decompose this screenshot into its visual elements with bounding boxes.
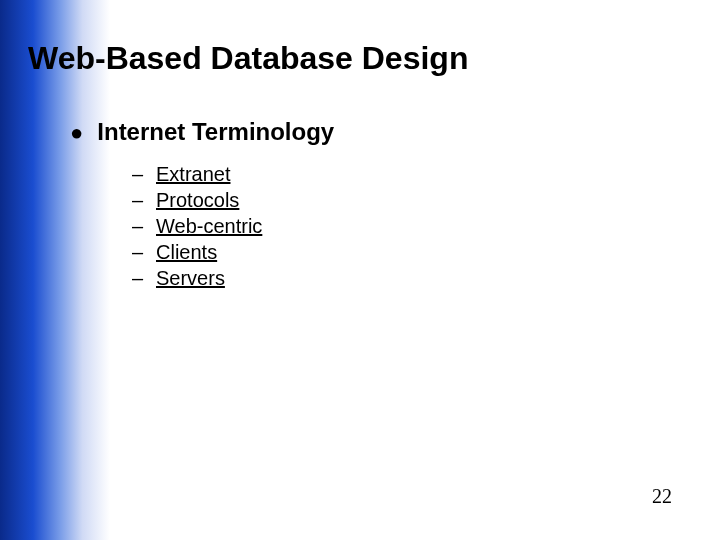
list-item: – Clients — [132, 241, 262, 264]
sub-item-list: – Extranet – Protocols – Web-centric – C… — [132, 163, 262, 293]
bullet-dot-icon: ● — [70, 122, 83, 144]
gradient-sidebar — [0, 0, 110, 540]
dash-icon: – — [132, 189, 156, 212]
list-item: – Web-centric — [132, 215, 262, 238]
list-item: – Servers — [132, 267, 262, 290]
dash-icon: – — [132, 241, 156, 264]
sub-item-link[interactable]: Clients — [156, 241, 217, 264]
list-item: – Protocols — [132, 189, 262, 212]
dash-icon: – — [132, 267, 156, 290]
page-number: 22 — [652, 485, 672, 508]
slide-title: Web-Based Database Design — [28, 40, 468, 77]
sub-item-link[interactable]: Extranet — [156, 163, 230, 186]
main-bullet: ● Internet Terminology — [70, 118, 334, 146]
main-bullet-text: Internet Terminology — [97, 118, 334, 146]
sub-item-link[interactable]: Web-centric — [156, 215, 262, 238]
sub-item-link[interactable]: Protocols — [156, 189, 239, 212]
dash-icon: – — [132, 163, 156, 186]
list-item: – Extranet — [132, 163, 262, 186]
dash-icon: – — [132, 215, 156, 238]
sub-item-link[interactable]: Servers — [156, 267, 225, 290]
